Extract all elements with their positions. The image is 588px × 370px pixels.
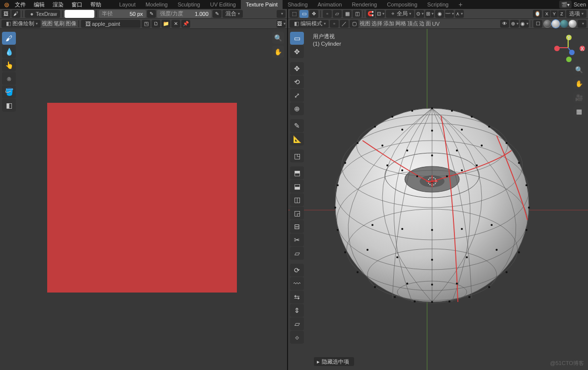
image-browse-icon[interactable]: ◳	[142, 20, 150, 28]
axis-y-positive-icon[interactable]: Y	[566, 35, 572, 40]
menu-help[interactable]: 帮助	[86, 0, 105, 9]
image-menu-view[interactable]: 视图	[42, 20, 53, 27]
perspective-toggle-icon[interactable]: ▦	[573, 105, 585, 117]
tool-transform[interactable]: ⊕	[290, 102, 304, 115]
select-mode-face-icon[interactable]: ▦	[343, 10, 352, 18]
viewport-menu-uv[interactable]: UV	[432, 21, 440, 27]
interaction-mode-dropdown[interactable]: ◧ 编辑模式	[290, 20, 329, 28]
image-open-icon[interactable]: 📁	[161, 20, 170, 28]
blender-logo-icon[interactable]: ⊚	[2, 0, 11, 9]
image-canvas-area[interactable]: 🖌 💧 👆 ⍟ 🪣 ◧ 🔍 ✋	[0, 29, 287, 370]
image-slot-dropdown-icon[interactable]: 🖼	[277, 20, 286, 28]
workspace-tab-texture-paint[interactable]: Texture Paint	[241, 0, 283, 9]
workspace-tab-compositing[interactable]: Compositing	[382, 0, 422, 9]
shading-options-icon[interactable]	[578, 20, 587, 28]
select-mode-toggle-icon[interactable]: ◫	[353, 10, 362, 18]
brush-strength-field[interactable]: 强度/力度 1.000	[157, 10, 212, 18]
axis-x-negative-icon[interactable]	[554, 46, 560, 51]
snap-options-icon[interactable]: ⊡	[376, 10, 385, 18]
zoom-viewport-icon[interactable]: 🔍	[573, 64, 585, 75]
viewport-menu-edge[interactable]: 边	[419, 20, 425, 27]
tool-measure[interactable]: 📐	[290, 133, 304, 146]
cursor-tool-icon[interactable]: ✥	[309, 10, 318, 18]
tool-edge-slide[interactable]: ⇆	[290, 291, 304, 303]
workspace-tab-modeling[interactable]: Modeling	[141, 0, 173, 9]
menu-edit[interactable]: 编辑	[30, 0, 49, 9]
tool-smear[interactable]: 👆	[2, 59, 16, 72]
strength-pressure-toggle-icon[interactable]: ✎	[213, 10, 221, 18]
scene-select-icon[interactable]: 🎬▾	[559, 0, 572, 8]
mesh-auto-merge-icon[interactable]: ⋏	[455, 10, 464, 18]
tool-mask[interactable]: ◧	[2, 99, 16, 112]
shading-material-icon[interactable]	[560, 20, 568, 28]
workspace-tab-animation[interactable]: Animation	[313, 0, 347, 9]
transform-orientation-dropdown[interactable]: ⌖ 全局	[386, 10, 414, 18]
image-menu-image[interactable]: 图像	[66, 20, 76, 27]
tool-fill[interactable]: 🪣	[2, 85, 16, 98]
brush-color-swatch[interactable]	[65, 10, 94, 18]
menu-window[interactable]: 窗口	[68, 0, 86, 9]
tool-cursor[interactable]: ✥	[290, 45, 304, 58]
paint-header-options-icon[interactable]	[277, 10, 286, 18]
image-new-icon[interactable]: 🗋	[151, 20, 160, 28]
select-mode-vertex-icon[interactable]: ▫	[323, 10, 332, 18]
brush-radius-field[interactable]: 半径 50 px	[99, 10, 146, 18]
zoom-icon[interactable]: 🔍	[272, 32, 284, 44]
proportional-falloff-icon[interactable]: 〰	[445, 10, 454, 18]
viewport-menu-add[interactable]: 添加	[383, 20, 394, 27]
snap-toggle-icon[interactable]: 🧲	[366, 10, 375, 18]
pan-viewport-icon[interactable]: ✋	[573, 77, 585, 89]
gizmo-dropdown-icon[interactable]: ⊕	[510, 20, 519, 28]
workspace-tab-layout[interactable]: Layout	[114, 0, 141, 9]
tool-inset-faces[interactable]: ◫	[290, 193, 304, 206]
edge-select-mode-icon[interactable]: ／	[340, 20, 349, 28]
workspace-tab-uv-editing[interactable]: UV Editing	[205, 0, 241, 9]
viewport-menu-vertex[interactable]: 顶点	[407, 20, 418, 27]
axis-z-positive-icon[interactable]	[569, 50, 575, 55]
vertex-select-mode-icon[interactable]: ▫	[330, 20, 339, 28]
workspace-tab-sculpting[interactable]: Sculpting	[173, 0, 205, 9]
last-operator-panel[interactable]: ▸ 隐藏选中项	[314, 357, 354, 366]
workspace-tab-rendering[interactable]: Rendering	[347, 0, 382, 9]
menu-file[interactable]: 文件	[11, 0, 30, 9]
tool-draw[interactable]: 🖌	[2, 32, 16, 45]
mirror-toggle-icon[interactable]: 🪞	[533, 10, 542, 18]
axis-x-positive-icon[interactable]: X	[580, 46, 585, 51]
blend-mode-dropdown[interactable]: 混合	[222, 10, 243, 18]
pivot-point-icon[interactable]: ⊙	[415, 10, 424, 18]
tool-soften[interactable]: 💧	[2, 45, 16, 58]
navigation-gizmo[interactable]: Y X	[554, 34, 582, 62]
editor-type-3d-icon[interactable]: ⬚	[290, 10, 298, 18]
tool-clone[interactable]: ⍟	[2, 72, 16, 85]
mirror-y-toggle[interactable]: Y	[551, 10, 558, 17]
visibility-toggle-icon[interactable]: 👁	[500, 20, 509, 28]
overlays-dropdown-icon[interactable]: ◉	[520, 20, 529, 28]
tool-extrude-manifold[interactable]: ⬓	[290, 180, 304, 193]
viewport-menu-view[interactable]: 视图	[360, 20, 370, 27]
tool-smooth[interactable]: 〰	[290, 277, 304, 290]
workspace-tab-scripting[interactable]: Scripting	[422, 0, 453, 9]
mirror-z-toggle[interactable]: Z	[558, 10, 565, 17]
proportional-edit-icon[interactable]: ◉	[435, 10, 444, 18]
brush-preset-icon[interactable]: 🖌	[11, 10, 20, 18]
tool-extrude-region[interactable]: ⬒	[290, 166, 304, 179]
tool-scale[interactable]: ⤢	[290, 89, 304, 102]
menu-render[interactable]: 渲染	[49, 0, 68, 9]
image-pin-icon[interactable]: 📌	[181, 20, 190, 28]
tool-add-cube[interactable]: ◳	[290, 149, 304, 162]
viewport-options-dropdown[interactable]: 选项	[566, 10, 587, 18]
image-menu-brush[interactable]: 笔刷	[54, 20, 65, 27]
viewport-menu-face[interactable]: 面	[426, 20, 431, 27]
image-datablock-select[interactable]: 🖼 apple_paint	[81, 20, 141, 28]
shading-rendered-icon[interactable]	[569, 20, 577, 28]
tool-shear[interactable]: ▱	[290, 317, 304, 330]
image-paint-mode-dropdown[interactable]: ◧ 图像绘制	[1, 20, 41, 28]
face-select-mode-icon[interactable]: ▢	[350, 20, 359, 28]
shading-wireframe-icon[interactable]	[543, 20, 551, 28]
xray-toggle-icon[interactable]: ☐	[533, 20, 542, 28]
image-unlink-icon[interactable]: ✕	[171, 20, 180, 28]
viewport-menu-mesh[interactable]: 网格	[395, 20, 406, 27]
axis-y-negative-icon[interactable]	[566, 57, 572, 62]
tool-bevel[interactable]: ◲	[290, 207, 304, 220]
3d-viewport-canvas[interactable]: 用户透视 (1) Cylinder ▭ ✥ ✥ ⟲ ⤢ ⊕ ✎ 📐 ◳ ⬒ ⬓	[288, 29, 588, 370]
